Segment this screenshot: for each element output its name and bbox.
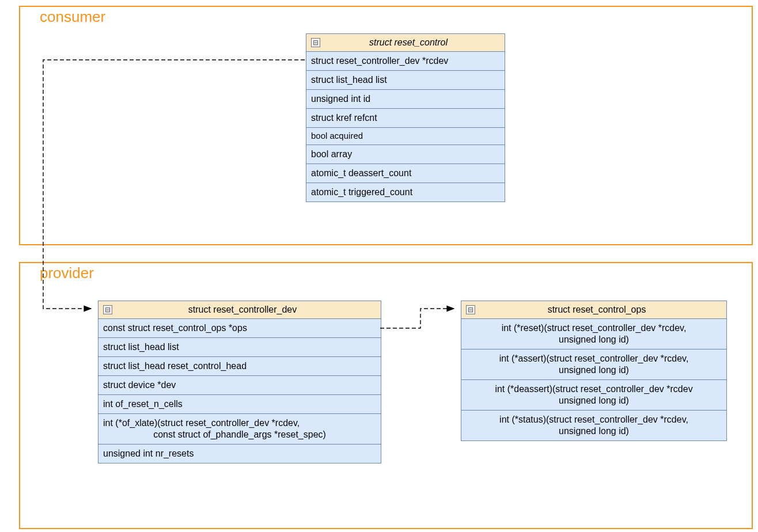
- field: bool array: [306, 145, 505, 164]
- field-of-xlate: int (*of_xlate)(struct reset_controller_…: [98, 414, 381, 444]
- group-provider: provider ⊟ struct reset_controller_dev c…: [19, 262, 753, 529]
- field: atomic_t triggered_count: [306, 183, 505, 202]
- struct-reset-control-header: ⊟ struct reset_control: [306, 34, 505, 52]
- struct-reset-controller-dev: ⊟ struct reset_controller_dev const stru…: [98, 301, 381, 463]
- field: struct list_head reset_control_head: [98, 357, 381, 376]
- struct-reset-control-title: struct reset_control: [325, 37, 505, 48]
- field: struct list_head list: [306, 71, 505, 90]
- diagram-root: consumer ⊟ struct reset_control struct r…: [0, 0, 758, 532]
- struct-reset-controller-dev-header: ⊟ struct reset_controller_dev: [98, 301, 381, 319]
- field: bool acquired: [306, 128, 505, 145]
- field-line2: unsigned long id): [466, 364, 722, 376]
- field-line1: int (*assert)(struct reset_controller_de…: [499, 354, 689, 363]
- collapse-icon[interactable]: ⊟: [103, 305, 112, 314]
- field: struct device *dev: [98, 376, 381, 395]
- field: unsigned int id: [306, 90, 505, 109]
- group-consumer-label: consumer: [37, 6, 108, 28]
- field-line1: int (*status)(struct reset_controller_de…: [499, 415, 688, 424]
- field: struct list_head list: [98, 338, 381, 357]
- field-assert: int (*assert)(struct reset_controller_de…: [461, 349, 726, 380]
- field: atomic_t deassert_count: [306, 164, 505, 183]
- collapse-icon[interactable]: ⊟: [311, 38, 320, 47]
- field: struct reset_controller_dev *rcdev: [306, 52, 505, 71]
- field-reset: int (*reset)(struct reset_controller_dev…: [461, 319, 726, 349]
- struct-reset-control-ops-title: struct reset_control_ops: [480, 305, 726, 315]
- struct-reset-control-ops: ⊟ struct reset_control_ops int (*reset)(…: [461, 301, 727, 441]
- field-status: int (*status)(struct reset_controller_de…: [461, 411, 726, 440]
- field-line2: unsigned long id): [466, 425, 722, 437]
- struct-reset-controller-dev-title: struct reset_controller_dev: [117, 305, 381, 315]
- field-line1: int (*reset)(struct reset_controller_dev…: [502, 323, 687, 333]
- field-line2: unsigned long id): [466, 395, 722, 406]
- field-line1: int (*of_xlate)(struct reset_controller_…: [103, 418, 300, 428]
- field-line1: int (*deassert)(struct reset_controller_…: [495, 384, 692, 394]
- group-provider-label: provider: [37, 262, 96, 284]
- field: int of_reset_n_cells: [98, 395, 381, 414]
- field-line2: const struct of_phandle_args *reset_spec…: [103, 429, 376, 440]
- field: unsigned int nr_resets: [98, 444, 381, 463]
- field-line2: unsigned long id): [466, 334, 722, 345]
- field: const struct reset_control_ops *ops: [98, 319, 381, 338]
- group-consumer: consumer ⊟ struct reset_control struct r…: [19, 6, 753, 245]
- struct-reset-control: ⊟ struct reset_control struct reset_cont…: [306, 33, 505, 202]
- collapse-icon[interactable]: ⊟: [466, 305, 475, 314]
- field-deassert: int (*deassert)(struct reset_controller_…: [461, 380, 726, 411]
- struct-reset-control-ops-header: ⊟ struct reset_control_ops: [461, 301, 726, 319]
- field: struct kref refcnt: [306, 109, 505, 128]
